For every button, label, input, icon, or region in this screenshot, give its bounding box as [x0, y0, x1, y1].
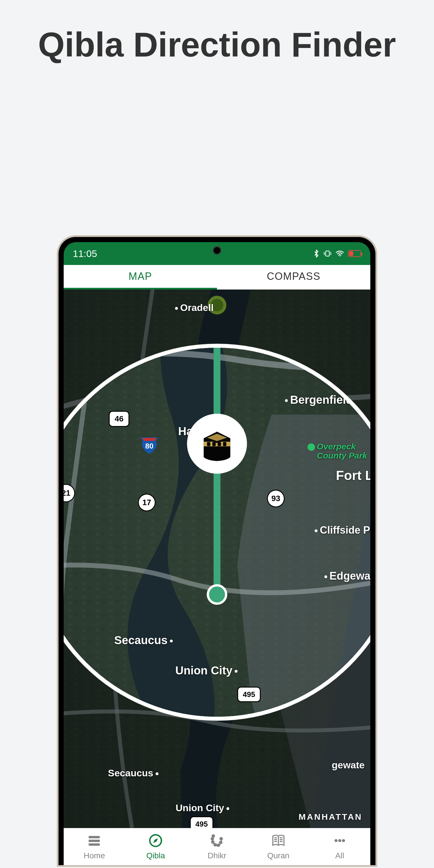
- nav-all-label: All: [335, 851, 344, 860]
- book-icon: [271, 833, 286, 850]
- nav-home[interactable]: Home: [64, 828, 125, 865]
- svg-point-35: [334, 839, 338, 842]
- route-495-b: 495: [191, 817, 212, 828]
- route-93: 93: [268, 491, 284, 506]
- map-label-oradell: Oradell: [175, 302, 214, 313]
- route-495-a: 495: [238, 687, 260, 701]
- vibrate-icon: [323, 250, 332, 257]
- svg-point-37: [342, 839, 345, 842]
- nav-quran-label: Quran: [267, 851, 289, 860]
- status-bar: 11:05: [64, 242, 370, 265]
- map-label-overpeck: Overpeck County Park: [308, 442, 367, 460]
- svg-point-21: [212, 835, 214, 837]
- svg-rect-19: [89, 843, 100, 846]
- svg-point-23: [212, 841, 214, 843]
- status-icons: [313, 250, 361, 257]
- interstate-80-icon: 80: [140, 435, 159, 455]
- battery-icon: [348, 250, 361, 257]
- kaaba-icon: [187, 414, 247, 474]
- map-label-edgewater: Edgewater: [324, 570, 370, 582]
- qibla-tabs: MAP COMPASS: [64, 265, 370, 289]
- svg-rect-13: [207, 442, 211, 446]
- phone-screen: 11:05 MAP COMPASS: [64, 242, 370, 865]
- hamburger-icon: [87, 833, 102, 850]
- nav-quran[interactable]: Quran: [248, 828, 309, 865]
- svg-rect-0: [326, 251, 330, 256]
- clock: 11:05: [73, 248, 97, 259]
- svg-rect-15: [218, 442, 221, 446]
- nav-qibla[interactable]: Qibla: [125, 828, 186, 865]
- phone-frame: 11:05 MAP COMPASS: [59, 237, 375, 865]
- bottom-nav: Home Qibla Dhikr Quran: [64, 828, 370, 865]
- camera-notch: [213, 246, 221, 255]
- map-label-gewater-partial: gewate: [332, 760, 365, 771]
- svg-point-22: [211, 837, 214, 840]
- tab-map[interactable]: MAP: [64, 265, 217, 289]
- tab-compass[interactable]: COMPASS: [217, 265, 370, 289]
- svg-rect-14: [212, 442, 216, 446]
- svg-point-24: [214, 844, 216, 846]
- route-46: 46: [110, 412, 128, 426]
- svg-point-25: [217, 844, 220, 846]
- svg-text:80: 80: [145, 442, 154, 450]
- svg-point-1: [340, 256, 340, 257]
- qibla-map[interactable]: Oradell Secaucus Union City MANHATTAN ge…: [64, 289, 370, 828]
- more-icon: [332, 833, 347, 850]
- svg-rect-18: [89, 840, 100, 842]
- wifi-icon: [336, 250, 344, 257]
- tasbih-icon: [210, 833, 224, 850]
- map-label-cliffside: Cliffside Park: [315, 524, 370, 536]
- bluetooth-icon: [313, 250, 319, 257]
- svg-point-27: [220, 837, 222, 840]
- nav-qibla-label: Qibla: [147, 851, 165, 860]
- svg-rect-16: [223, 442, 226, 446]
- compass-ring: Bergenfield Hackensack Overpeck County P…: [64, 344, 370, 721]
- map-label-secaucus-b: Secaucus: [108, 768, 158, 779]
- map-label-unioncity-a: Union City: [175, 664, 238, 677]
- svg-point-26: [220, 841, 222, 843]
- page-title: Qibla Direction Finder: [0, 26, 434, 63]
- qibla-direction-line: [214, 345, 220, 603]
- map-label-secaucus-a: Secaucus: [114, 634, 173, 647]
- compass-icon: [148, 833, 163, 850]
- svg-point-36: [338, 839, 341, 842]
- route-17: 17: [139, 495, 155, 510]
- user-location-dot: [207, 584, 227, 605]
- nav-dhikr[interactable]: Dhikr: [186, 828, 248, 865]
- nav-all[interactable]: All: [309, 828, 370, 865]
- map-label-unioncity-b: Union City: [176, 802, 229, 813]
- map-label-fortlee: Fort Lee: [336, 468, 370, 483]
- nav-home-label: Home: [84, 851, 105, 860]
- map-label-bergenfield: Bergenfield: [285, 394, 353, 406]
- map-label-manhattan: MANHATTAN: [299, 812, 362, 822]
- svg-rect-17: [89, 836, 100, 838]
- nav-dhikr-label: Dhikr: [208, 851, 226, 860]
